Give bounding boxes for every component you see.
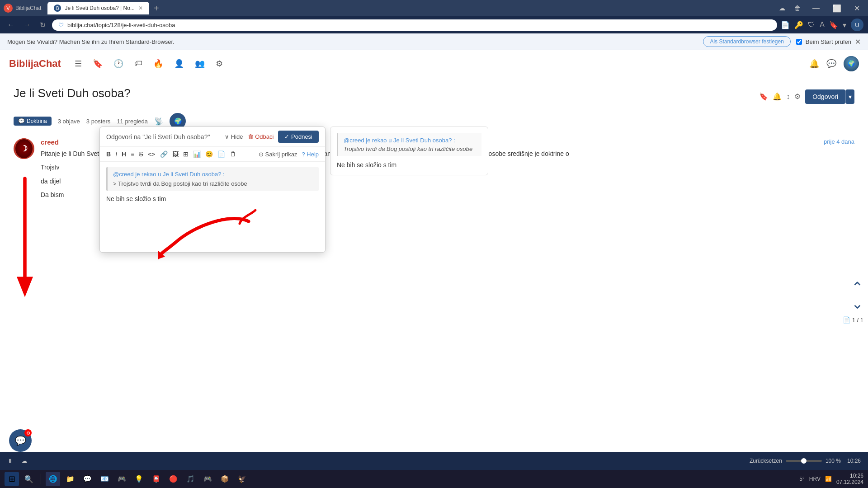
cloud-icon[interactable]: ☁ bbox=[775, 4, 789, 13]
floating-notification-button[interactable]: 💬 ⚙ bbox=[9, 429, 32, 452]
reply-dropdown-button[interactable]: ▾ bbox=[845, 89, 854, 104]
reply-button[interactable]: Odgovori bbox=[805, 89, 845, 104]
hide-compose-button[interactable]: ∨ Hide bbox=[225, 133, 243, 140]
taskbar-app7[interactable]: 🔴 bbox=[166, 472, 180, 486]
shield-icon[interactable]: 🛡 bbox=[808, 21, 815, 29]
help-button[interactable]: ? Help bbox=[302, 151, 319, 158]
nav-settings-icon[interactable]: ⚙ bbox=[216, 59, 223, 69]
hide-preview-button[interactable]: ⊙ Sakrij prikaz bbox=[259, 151, 297, 158]
compose-input[interactable]: Ne bih se složio s tim bbox=[106, 195, 319, 202]
quote-reference: @creed je rekao u Je li Sveti Duh osoba?… bbox=[113, 171, 313, 178]
search-button[interactable]: 🔍 bbox=[22, 472, 36, 486]
pause-icon-status[interactable]: ⏸ bbox=[7, 458, 13, 464]
quote-ref-text: @creed je rekao u bbox=[113, 171, 163, 178]
address-bar[interactable]: 🛡 biblija.chat/topic/128/je-li-sveti-duh… bbox=[52, 19, 777, 31]
share-icon[interactable]: ↕ bbox=[786, 93, 790, 101]
zoom-reset-label[interactable]: Zurücksetzen bbox=[750, 458, 782, 464]
reader-icon[interactable]: 📄 bbox=[781, 21, 790, 29]
taskbar-explorer[interactable]: 📁 bbox=[63, 472, 77, 486]
taskbar-music[interactable]: 🎵 bbox=[183, 472, 198, 486]
nav-user-icon[interactable]: 👤 bbox=[174, 59, 184, 69]
zoom-slider[interactable] bbox=[786, 460, 822, 462]
taskbar-mail2[interactable]: 📮 bbox=[149, 472, 163, 486]
status-bar: ⏸ ☁ Zurücksetzen 100 % 10:26 bbox=[0, 452, 868, 470]
password-icon[interactable]: 🔑 bbox=[794, 21, 803, 29]
code-tool[interactable]: <> bbox=[148, 150, 156, 158]
more-tool[interactable]: 🗒 bbox=[230, 150, 236, 158]
emoji-tool[interactable]: 😊 bbox=[205, 150, 213, 158]
taskbar-time-display: 10:26 bbox=[836, 473, 863, 479]
translate-icon[interactable]: A bbox=[820, 21, 825, 29]
taskbar-dropbox[interactable]: 📦 bbox=[217, 472, 232, 486]
taskbar-outlook[interactable]: 📧 bbox=[97, 472, 112, 486]
topic-settings-icon[interactable]: ⚙ bbox=[794, 92, 801, 101]
bold-tool[interactable]: B bbox=[106, 150, 111, 158]
nav-clock-icon[interactable]: 🕐 bbox=[113, 59, 123, 69]
link-tool[interactable]: 🔗 bbox=[160, 150, 168, 158]
browser-toolbar-icons: 📄 🔑 🛡 A 🔖 ▾ U bbox=[781, 19, 863, 31]
compose-body[interactable]: @creed je rekao u Je li Sveti Duh osoba?… bbox=[100, 162, 325, 252]
taskbar-eagle[interactable]: 🦅 bbox=[235, 472, 249, 486]
taskbar-right: 5° HRV 📶 10:26 07.12.2024 bbox=[799, 473, 863, 485]
attach-tool[interactable]: 📄 bbox=[217, 150, 225, 158]
info-bar-close-button[interactable]: ✕ bbox=[855, 38, 861, 46]
refresh-button[interactable]: ↻ bbox=[37, 19, 48, 31]
tab-title: Je li Sveti Duh osoba? | No... bbox=[65, 5, 135, 11]
italic-tool[interactable]: I bbox=[115, 150, 117, 158]
tab-close-button[interactable]: ✕ bbox=[138, 5, 143, 11]
new-tab-button[interactable]: + bbox=[151, 3, 162, 14]
scroll-down-button[interactable]: ⌄ bbox=[851, 296, 863, 311]
maximize-button[interactable]: ⬜ bbox=[828, 2, 846, 14]
bookmark-topic-icon[interactable]: 🔖 bbox=[759, 92, 768, 101]
heading-tool[interactable]: H bbox=[122, 150, 126, 158]
cloud-sync-icon[interactable]: ☁ bbox=[22, 458, 27, 464]
bookmark-icon[interactable]: 🔖 bbox=[829, 21, 838, 29]
chart-tool[interactable]: 📊 bbox=[193, 150, 201, 158]
more-icon[interactable]: ▾ bbox=[843, 21, 846, 29]
messages-icon[interactable]: 💬 bbox=[826, 59, 836, 69]
user-avatar[interactable]: 🌍 bbox=[844, 56, 859, 71]
post-text-line2: Trojstv bbox=[41, 164, 59, 171]
image-tool[interactable]: 🖼 bbox=[172, 150, 179, 158]
site-logo[interactable]: BiblijaChat bbox=[9, 58, 61, 70]
trash-icon[interactable]: 🗑 bbox=[791, 4, 804, 13]
strikethrough-tool[interactable]: S bbox=[139, 150, 143, 158]
page-indicator: 1 / 1 bbox=[852, 317, 863, 324]
back-button[interactable]: ← bbox=[5, 19, 17, 31]
nav-bookmark-icon[interactable]: 🔖 bbox=[93, 59, 103, 69]
table-tool[interactable]: ⊞ bbox=[183, 150, 189, 158]
taskbar-app5[interactable]: 💡 bbox=[132, 472, 146, 486]
eagle-icon: 🦅 bbox=[238, 475, 246, 483]
nav-users-icon[interactable]: 👥 bbox=[195, 59, 205, 69]
taskbar-steam[interactable]: 🎮 bbox=[200, 472, 215, 486]
taskbar-wifi: 📶 bbox=[825, 476, 832, 482]
user-avatar-header[interactable]: U bbox=[851, 19, 863, 31]
forward-button[interactable]: → bbox=[21, 19, 33, 31]
rss-icon[interactable]: 📡 bbox=[154, 117, 163, 126]
post-author[interactable]: creed bbox=[41, 138, 59, 146]
post-time[interactable]: prije 4 dana bbox=[824, 138, 854, 146]
start-button[interactable]: ⊞ bbox=[5, 472, 19, 486]
taskbar-browser[interactable]: 🌐 bbox=[46, 472, 60, 486]
workspace-label[interactable]: BiblijaChat bbox=[15, 5, 41, 11]
scroll-up-button[interactable]: ⌃ bbox=[851, 280, 863, 295]
submit-button[interactable]: ✓ Podnesi bbox=[278, 131, 319, 143]
taskbar-teams[interactable]: 💬 bbox=[80, 472, 94, 486]
nav-tag-icon[interactable]: 🏷 bbox=[134, 59, 142, 68]
set-default-button[interactable]: Als Standardbrowser festlegen bbox=[703, 36, 790, 47]
quote-link[interactable]: Je li Sveti Duh osoba? bbox=[163, 171, 221, 178]
minimize-button[interactable]: — bbox=[808, 2, 824, 14]
nav-list-icon[interactable]: ☰ bbox=[75, 59, 82, 69]
compose-toolbar: B I H ≡ S <> 🔗 🖼 ⊞ 📊 😊 📄 🗒 ⊙ Sakrij prik… bbox=[100, 147, 325, 162]
list-tool[interactable]: ≡ bbox=[131, 150, 134, 158]
discard-button[interactable]: 🗑 Odbaci bbox=[248, 133, 274, 140]
tag-badge[interactable]: 💬 Doktrina bbox=[14, 117, 52, 126]
start-check-checkbox[interactable] bbox=[796, 39, 802, 45]
notifications-icon[interactable]: 🔔 bbox=[809, 59, 819, 69]
active-tab[interactable]: B Je li Sveti Duh osoba? | No... ✕ bbox=[47, 2, 149, 14]
nav-fire-icon[interactable]: 🔥 bbox=[153, 59, 163, 69]
taskbar-game[interactable]: 🎮 bbox=[114, 472, 129, 486]
track-icon[interactable]: 🔔 bbox=[773, 92, 782, 101]
close-button[interactable]: ✕ bbox=[849, 2, 864, 14]
preview-quote-link[interactable]: Je li Sveti Duh osoba? bbox=[393, 137, 452, 144]
